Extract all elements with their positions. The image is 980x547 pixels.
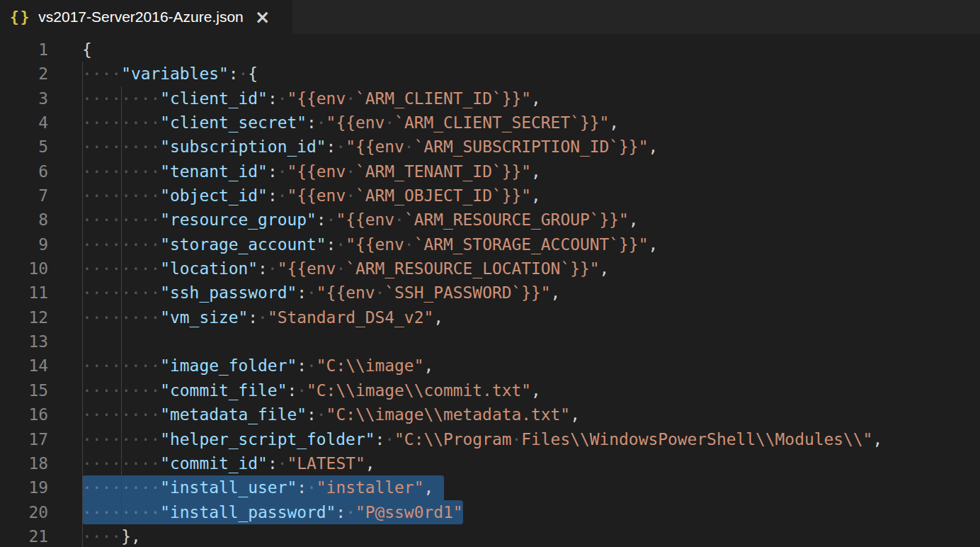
code-line-10[interactable]: 10········"location":·"{{env·`ARM_RESOUR… [0, 256, 980, 281]
line-content[interactable]: ········"vm_size":·"Standard_DS4_v2", [82, 305, 980, 329]
line-content[interactable]: ········"install_user":·"installer", [82, 475, 980, 500]
line-number[interactable]: 20 [0, 500, 48, 524]
line-number[interactable]: 6 [0, 159, 48, 184]
punctuation: , [531, 381, 541, 400]
line-content[interactable]: ········"client_id":·"{{env·`ARM_CLIENT_… [82, 86, 980, 111]
punctuation: , [872, 430, 882, 449]
line-content[interactable]: ········"tenant_id":·"{{env·`ARM_TENANT_… [82, 159, 980, 184]
line-number[interactable]: 11 [0, 281, 48, 305]
tab-bar: {} vs2017-Server2016-Azure.json × [0, 0, 980, 34]
line-number[interactable]: 1 [0, 38, 48, 62]
indent-guide-level2 [121, 86, 122, 524]
line-number[interactable]: 3 [0, 86, 48, 111]
line-content[interactable]: ····"variables":·{ [82, 62, 980, 86]
whitespace-dots: · [384, 430, 394, 449]
punctuation: : [248, 308, 258, 327]
line-content[interactable]: ········"subscription_id":·"{{env·`ARM_S… [82, 135, 980, 159]
punctuation: : [326, 235, 336, 254]
json-key: "client_secret" [160, 113, 307, 132]
code-line-7[interactable]: 7········"object_id":·"{{env·`ARM_OBJECT… [0, 184, 980, 208]
line-content[interactable]: ········"resource_group":·"{{env·`ARM_RE… [82, 208, 980, 232]
whitespace-dots: · [297, 381, 307, 400]
line-number[interactable]: 18 [0, 451, 48, 475]
line-content[interactable]: ········"commit_file":·"C:\\image\\commi… [82, 378, 980, 402]
json-key: "helper_script_folder" [160, 430, 375, 449]
tab-close-icon[interactable]: × [255, 8, 270, 26]
tab-vs2017-server2016-azure[interactable]: {} vs2017-Server2016-Azure.json × [0, 0, 292, 34]
code-line-8[interactable]: 8········"resource_group":·"{{env·`ARM_R… [0, 208, 980, 232]
punctuation: , [600, 259, 610, 278]
line-number[interactable]: 10 [0, 256, 48, 281]
line-number[interactable]: 13 [0, 329, 48, 354]
code-line-2[interactable]: 2····"variables":·{ [0, 62, 980, 86]
line-number[interactable]: 17 [0, 427, 48, 451]
code-line-5[interactable]: 5········"subscription_id":·"{{env·`ARM_… [0, 135, 980, 159]
punctuation: , [365, 454, 375, 473]
code-line-9[interactable]: 9········"storage_account":·"{{env·`ARM_… [0, 232, 980, 256]
code-line-4[interactable]: 4········"client_secret":·"{{env·`ARM_CL… [0, 111, 980, 135]
json-string: `SSH_PASSWORD`}}" [384, 283, 550, 302]
code-line-11[interactable]: 11········"ssh_password":·"{{env·`SSH_PA… [0, 281, 980, 305]
whitespace-dots: · [278, 454, 287, 473]
code-line-18[interactable]: 18········"commit_id":·"LATEST", [0, 451, 980, 475]
line-content[interactable] [82, 329, 980, 354]
json-key: "location" [160, 259, 258, 278]
line-content[interactable]: ········"commit_id":·"LATEST", [82, 451, 980, 475]
code-line-15[interactable]: 15········"commit_file":·"C:\\image\\com… [0, 378, 980, 402]
code-line-19[interactable]: 19········"install_user":·"installer", [0, 475, 980, 500]
punctuation: , [629, 210, 639, 229]
json-string: `ARM_RESOURCE_GROUP`}}" [404, 210, 629, 229]
code-line-12[interactable]: 12········"vm_size":·"Standard_DS4_v2", [0, 305, 980, 329]
line-content[interactable]: ········"install_password":·"P@ssw0rd1" [82, 500, 980, 524]
line-number[interactable]: 2 [0, 62, 48, 86]
selection-highlight: ········"install_user":·"installer", [82, 475, 444, 500]
line-content[interactable]: ········"image_folder":·"C:\\image", [82, 354, 980, 378]
line-number[interactable]: 7 [0, 184, 48, 208]
code-line-17[interactable]: 17········"helper_script_folder":·"C:\\P… [0, 427, 980, 451]
line-content[interactable]: ········"object_id":·"{{env·`ARM_OBJECT_… [82, 184, 980, 208]
line-number[interactable]: 12 [0, 305, 48, 329]
code-line-6[interactable]: 6········"tenant_id":·"{{env·`ARM_TENANT… [0, 159, 980, 184]
json-key: "image_folder" [160, 356, 297, 375]
line-number[interactable]: 8 [0, 208, 48, 232]
code-line-3[interactable]: 3········"client_id":·"{{env·`ARM_CLIENT… [0, 86, 980, 111]
line-content[interactable]: { [82, 38, 980, 62]
whitespace-dots: · [278, 186, 287, 205]
line-number[interactable]: 14 [0, 354, 48, 378]
json-string: `ARM_OBJECT_ID`}}" [355, 186, 531, 205]
selection-highlight: ········"install_password":·"P@ssw0rd1" [82, 500, 463, 524]
line-number[interactable]: 19 [0, 475, 48, 500]
code-editor[interactable]: 1{2····"variables":·{3········"client_id… [0, 34, 980, 547]
json-file-icon: {} [10, 9, 30, 26]
punctuation: : [287, 381, 297, 400]
code-line-21[interactable]: 21····}, [0, 524, 980, 547]
json-string: "{{env [346, 137, 404, 156]
whitespace-dots: · [317, 113, 326, 132]
whitespace-dots: · [336, 137, 346, 156]
line-number[interactable]: 15 [0, 378, 48, 402]
line-number[interactable]: 9 [0, 232, 48, 256]
json-key: "storage_account" [160, 235, 326, 254]
line-number[interactable]: 5 [0, 135, 48, 159]
line-content[interactable]: ········"location":·"{{env·`ARM_RESOURCE… [82, 256, 980, 281]
line-content[interactable]: ········"helper_script_folder":·"C:\\Pro… [82, 427, 980, 451]
line-content[interactable]: ········"ssh_password":·"{{env·`SSH_PASS… [82, 281, 980, 305]
punctuation: : [297, 356, 307, 375]
code-line-1[interactable]: 1{ [0, 38, 980, 62]
line-content[interactable]: ········"client_secret":·"{{env·`ARM_CLI… [82, 111, 980, 135]
json-string: "{{env [346, 235, 404, 254]
punctuation: : [268, 162, 278, 181]
code-line-20[interactable]: 20········"install_password":·"P@ssw0rd1… [0, 500, 980, 524]
line-number[interactable]: 21 [0, 524, 48, 547]
code-line-16[interactable]: 16········"metadata_file":·"C:\\image\\m… [0, 402, 980, 427]
code-line-13[interactable]: 13 [0, 329, 980, 354]
line-content[interactable]: ····}, [82, 524, 980, 547]
line-number[interactable]: 16 [0, 402, 48, 427]
code-line-14[interactable]: 14········"image_folder":·"C:\\image", [0, 354, 980, 378]
punctuation: : [258, 259, 268, 278]
punctuation: { [82, 40, 92, 59]
json-key: "subscription_id" [160, 137, 326, 156]
line-content[interactable]: ········"metadata_file":·"C:\\image\\met… [82, 402, 980, 427]
line-content[interactable]: ········"storage_account":·"{{env·`ARM_S… [82, 232, 980, 256]
line-number[interactable]: 4 [0, 111, 48, 135]
